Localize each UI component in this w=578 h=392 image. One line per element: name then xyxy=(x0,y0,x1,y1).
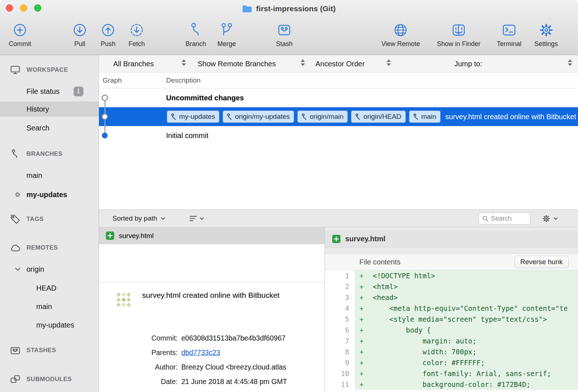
view-remote-button[interactable]: View Remote xyxy=(381,21,420,48)
sidebar-header-submodules: SUBMODULES xyxy=(0,372,99,387)
sidebar-header-branches: BRANCHES xyxy=(0,146,99,162)
chevron-down-icon[interactable] xyxy=(15,267,21,271)
sidebar-header-remotes: REMOTES xyxy=(0,240,99,255)
sidebar-item-search[interactable]: Search xyxy=(0,120,99,135)
settings-button[interactable]: Settings xyxy=(534,21,558,48)
commit-author: Breezy Cloud <breezy.cloud.atlas xyxy=(181,363,286,371)
diff-file-header[interactable]: survey.html xyxy=(325,231,578,247)
commit-button[interactable]: Commit xyxy=(9,21,31,48)
commit-message: survey.html created online with Bitbucke… xyxy=(445,113,576,121)
sidebar-item-remote-ref[interactable]: main xyxy=(0,297,99,316)
parent-commit-link[interactable]: dbd7733c23 xyxy=(181,349,220,357)
merge-button[interactable]: Merge xyxy=(217,21,236,48)
line-number: 1 xyxy=(325,270,355,281)
fetch-button[interactable]: Fetch xyxy=(128,21,145,48)
sidebar-item-origin[interactable]: origin xyxy=(0,262,99,277)
branch-label-pill[interactable]: my-updates xyxy=(167,110,219,123)
history-rows: Uncommitted changes my-updatesorigin/my-… xyxy=(99,88,578,145)
search-input[interactable] xyxy=(491,215,525,222)
hunk-header: File contents Reverse hunk xyxy=(325,254,578,270)
diff-line: 10 + font-family: Arial, sans-serif; xyxy=(325,368,578,379)
sidebar-item-history[interactable]: History xyxy=(0,101,99,117)
commit-details-pane: survey.html created online with Bitbucke… xyxy=(99,282,325,392)
push-button[interactable]: Push xyxy=(100,21,116,48)
column-header-description: Description xyxy=(166,72,201,88)
sort-order-dropdown[interactable]: Sorted by path xyxy=(112,210,165,227)
file-name: survey.html xyxy=(119,232,154,240)
line-number: 5 xyxy=(325,314,355,325)
branch-glyph-icon xyxy=(413,113,419,120)
view-options-dropdown[interactable] xyxy=(190,210,204,227)
reverse-hunk-button[interactable]: Reverse hunk xyxy=(515,256,569,268)
line-code: <html> xyxy=(368,281,578,292)
line-code: width: 700px; xyxy=(368,346,578,357)
column-separator[interactable] xyxy=(163,72,164,88)
sidebar-item-remote-ref[interactable]: my-updates xyxy=(0,316,99,334)
stash-button[interactable]: Stash xyxy=(276,21,293,48)
remote-branches-dropdown[interactable]: Show Remote Branches xyxy=(198,55,276,72)
commit-metadata: Commit: e06308d31513ba7be4b3df60967 Pare… xyxy=(99,331,325,389)
order-stepper-icon[interactable] xyxy=(387,59,391,66)
commit-author-row: Author: Breezy Cloud <breezy.cloud.atlas xyxy=(99,360,325,374)
history-row-initial-commit[interactable]: Initial commit xyxy=(99,126,578,145)
terminal-button[interactable]: Terminal xyxy=(497,21,521,48)
sidebar-item-file-status[interactable]: File status 1 xyxy=(0,84,99,99)
diff-line: 5 + <style media="screen" type="text/css… xyxy=(325,314,578,325)
current-branch-bullet-icon xyxy=(16,193,20,197)
chevron-down-icon xyxy=(553,217,558,220)
gear-icon xyxy=(542,214,551,223)
sidebar-item-branch-main[interactable]: main xyxy=(0,168,99,183)
sidebar-header-stashes: STASHES xyxy=(0,343,99,358)
line-code: <meta http-equiv="Content-Type" content=… xyxy=(368,303,578,314)
commit-parents-row: Parents: dbd7733c23 xyxy=(99,345,325,360)
list-lines-icon xyxy=(190,216,197,221)
commit-date: 21 June 2018 at 4:45:48 pm GMT xyxy=(181,378,287,386)
added-line-marker: + xyxy=(355,357,368,368)
file-search-box[interactable] xyxy=(479,213,530,225)
commit-identicon xyxy=(112,289,135,311)
commit-title: survey.html created online with Bitbucke… xyxy=(142,291,280,300)
added-line-marker: + xyxy=(355,314,368,325)
jump-to-stepper-icon[interactable] xyxy=(568,59,572,66)
diff-line: 6 + body { xyxy=(325,325,578,335)
branches-icon xyxy=(10,149,21,159)
history-row-uncommitted[interactable]: Uncommitted changes xyxy=(99,88,578,107)
history-row-selected[interactable]: my-updatesorigin/my-updatesorigin/mainor… xyxy=(99,107,578,126)
line-number: 9 xyxy=(325,357,355,368)
branch-label-pill[interactable]: main xyxy=(409,110,441,123)
line-number: 3 xyxy=(325,292,355,303)
pull-icon xyxy=(71,21,88,39)
branch-button[interactable]: Branch xyxy=(185,21,206,48)
diff-line: 3 + <head> xyxy=(325,292,578,303)
branch-glyph-icon xyxy=(302,113,307,120)
submodules-icon xyxy=(10,374,21,385)
diff-line: 8 + width: 700px; xyxy=(325,346,578,357)
commit-hash-row: Commit: e06308d31513ba7be4b3df60967 xyxy=(99,331,325,345)
sidebar-item-branch-my-updates[interactable]: my-updates xyxy=(0,187,99,202)
main-toolbar: Commit Pull Push Fetch xyxy=(0,17,578,55)
graph-node-initial xyxy=(102,133,108,138)
branch-filter-stepper-icon[interactable] xyxy=(182,59,186,66)
pull-button[interactable]: Pull xyxy=(71,21,88,48)
diff-options-dropdown[interactable] xyxy=(542,210,558,227)
sidebar-item-remote-ref[interactable]: HEAD xyxy=(0,279,99,297)
line-code: body { xyxy=(368,325,578,335)
commit-date-row: Date: 21 June 2018 at 4:45:48 pm GMT xyxy=(99,374,325,389)
added-line-marker: + xyxy=(355,335,368,346)
remote-branches-stepper-icon[interactable] xyxy=(301,59,305,66)
globe-icon xyxy=(392,21,409,39)
branch-glyph-icon xyxy=(171,113,177,120)
line-code: background-color: #172B4D; xyxy=(368,379,578,390)
branch-label-pill[interactable]: origin/HEAD xyxy=(351,110,406,123)
show-in-finder-button[interactable]: Show in Finder xyxy=(437,21,480,48)
branch-filter-dropdown[interactable]: All Branches xyxy=(113,55,154,72)
branch-label-pill[interactable]: origin/my-updates xyxy=(223,110,294,123)
file-list-item-selected[interactable]: survey.html xyxy=(99,228,325,244)
chevron-down-icon xyxy=(199,217,204,220)
file-list-panel: survey.html survey.html created online w… xyxy=(99,228,325,392)
branch-label-pill[interactable]: origin/main xyxy=(297,110,348,123)
order-dropdown[interactable]: Ancestor Order xyxy=(315,55,365,72)
branch-icon xyxy=(187,21,204,39)
fetch-icon xyxy=(128,21,145,39)
cloud-icon xyxy=(10,242,21,253)
